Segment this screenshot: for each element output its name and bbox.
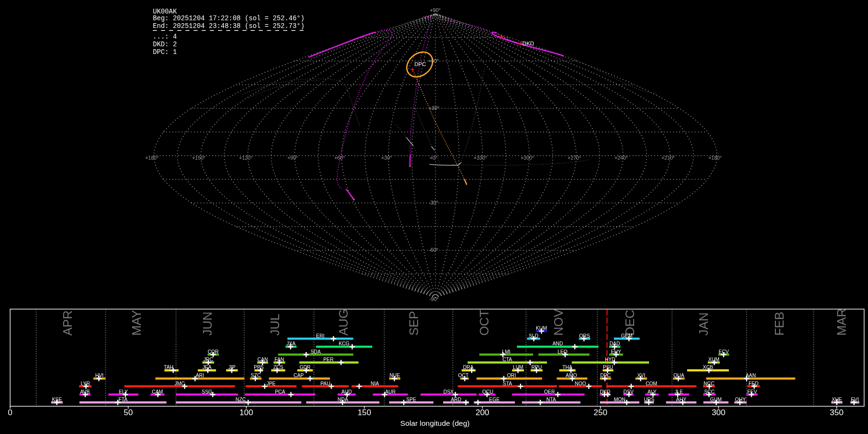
svg-text:NZC: NZC (236, 397, 246, 402)
svg-text:NOO: NOO (575, 381, 586, 386)
svg-text:KCG: KCG (339, 341, 349, 346)
svg-text:SPE: SPE (407, 397, 417, 402)
svg-text:-90°: -90° (429, 296, 438, 302)
svg-text:350: 350 (830, 408, 843, 417)
svg-text:AMO: AMO (566, 373, 577, 378)
svg-text:TAH: TAH (164, 365, 174, 370)
svg-text:AUR: AUR (385, 389, 396, 394)
svg-text:DSX: DSX (444, 389, 454, 394)
svg-text:FEV: FEV (747, 389, 757, 394)
svg-text:+180°: +180° (708, 155, 722, 161)
svg-text:Solar longitude (deg): Solar longitude (deg) (400, 419, 470, 427)
svg-text:ALY: ALY (648, 389, 657, 394)
svg-text:OCU: OCU (482, 389, 493, 394)
svg-text:DKD: DKD (600, 389, 610, 394)
svg-text:JAN: JAN (697, 312, 710, 336)
svg-text:MAR: MAR (835, 308, 848, 336)
svg-text:-60°: -60° (429, 247, 438, 253)
svg-text:DKD: DKD (522, 41, 534, 46)
svg-text:FED: FED (748, 381, 759, 386)
svg-text:+90°: +90° (287, 155, 298, 161)
svg-text:ELY: ELY (119, 389, 128, 394)
svg-text:OCT: OCT (458, 373, 469, 378)
svg-text:ORS: ORS (579, 333, 590, 339)
svg-text:+60°: +60° (334, 155, 345, 161)
svg-text:0: 0 (8, 408, 12, 417)
svg-text:PCA: PCA (275, 389, 285, 394)
svg-text:NIA: NIA (371, 381, 379, 386)
svg-text:100: 100 (240, 408, 253, 417)
svg-text:OHY: OHY (735, 397, 746, 402)
svg-text:LYR: LYR (81, 381, 90, 386)
svg-text:Beg: 20251204 17:22:08 (sol =: Beg: 20251204 17:22:08 (sol = 252.46°) (153, 15, 305, 22)
svg-text:ZCS: ZCS (273, 365, 284, 370)
svg-text:JUL: JUL (268, 314, 282, 336)
svg-text:GDR: GDR (299, 365, 311, 370)
svg-text:GEM: GEM (621, 333, 632, 339)
svg-text:+0°: +0° (430, 155, 437, 161)
svg-text:FEB: FEB (773, 312, 786, 336)
svg-text:OCT: OCT (477, 310, 491, 336)
svg-text:End: 20251204 23:48:38 (sol =: End: 20251204 23:48:38 (sol = 252.73°) (153, 23, 305, 30)
svg-text:+270°: +270° (568, 155, 581, 161)
svg-text:-30°: -30° (429, 200, 438, 205)
svg-text:+30°: +30° (429, 105, 439, 111)
svg-text:MAY: MAY (130, 310, 143, 336)
svg-text:PER: PER (323, 357, 333, 362)
svg-text:EVI: EVI (851, 397, 859, 402)
svg-text:PAU: PAU (320, 381, 330, 386)
svg-text:AHY: AHY (676, 397, 686, 402)
svg-text:PPS: PPS (254, 365, 264, 370)
svg-text:SDA: SDA (311, 349, 321, 354)
svg-text:SSG: SSG (202, 389, 212, 394)
svg-text:XVI: XVI (637, 373, 645, 378)
svg-text:200: 200 (475, 408, 489, 417)
svg-text:MON: MON (614, 397, 625, 402)
svg-text:+330°: +330° (474, 155, 487, 161)
svg-text:NTA: NTA (546, 397, 556, 402)
svg-text:300: 300 (712, 408, 725, 417)
svg-text:UK00AK: UK00AK (153, 8, 177, 15)
svg-text:+180°: +180° (145, 155, 159, 161)
svg-text:ERI: ERI (316, 333, 325, 339)
svg-text:150: 150 (357, 408, 371, 417)
svg-text:DPC: DPC (600, 373, 611, 378)
svg-text:+300°: +300° (521, 155, 534, 161)
svg-text:+90°: +90° (430, 7, 440, 13)
svg-text:SEP: SEP (407, 311, 420, 336)
svg-text:DKD: 2: DKD: 2 (153, 41, 177, 48)
svg-text:AUG: AUG (337, 309, 350, 336)
svg-text:AND: AND (553, 341, 563, 346)
svg-text:XCB: XCB (703, 365, 713, 370)
svg-text:DPC: 1: DPC: 1 (153, 49, 177, 56)
svg-text:APR: APR (61, 311, 74, 336)
svg-text:...: 4: ...: 4 (153, 33, 177, 41)
svg-text:CAP: CAP (294, 373, 304, 378)
svg-text:FTA: FTA (119, 397, 128, 402)
svg-text:+30°: +30° (381, 155, 392, 161)
svg-text:STA: STA (503, 381, 512, 386)
svg-text:+60°: +60° (428, 58, 439, 64)
svg-text:ARD: ARD (451, 397, 461, 402)
svg-text:ARI: ARI (196, 373, 204, 378)
svg-text:+240°: +240° (614, 155, 628, 161)
svg-text:+150°: +150° (192, 155, 205, 161)
svg-text:NOV: NOV (552, 309, 565, 336)
svg-text:250: 250 (594, 408, 607, 417)
svg-text:OER: OER (544, 389, 555, 394)
svg-text:+120°: +120° (239, 155, 253, 161)
svg-text:JUN: JUN (201, 312, 214, 336)
svg-text:EGE: EGE (489, 397, 500, 402)
svg-text:HYD: HYD (605, 357, 615, 362)
svg-text:50: 50 (123, 408, 133, 417)
svg-text:JLE: JLE (675, 389, 683, 394)
svg-text:JEA: JEA (203, 365, 212, 370)
svg-text:CTA: CTA (502, 357, 512, 362)
svg-text:+210°: +210° (662, 155, 675, 161)
svg-text:ORI: ORI (507, 373, 515, 378)
svg-text:DEC: DEC (623, 310, 637, 336)
svg-text:COM: COM (646, 381, 657, 386)
svg-text:LEO: LEO (557, 349, 568, 354)
svg-text:JPE: JPE (267, 381, 276, 386)
svg-text:JMC: JMC (175, 381, 185, 386)
